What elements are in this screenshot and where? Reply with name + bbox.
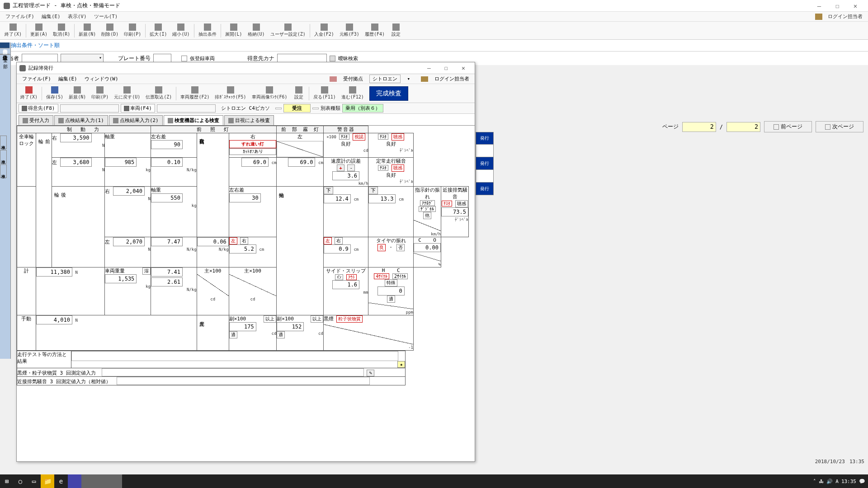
minimize-button[interactable]: — [810,0,828,12]
rear-rate-input[interactable] [151,237,183,246]
ctb-exit[interactable]: 終了(X) [18,85,40,102]
ctb-imglink[interactable]: 車両画像ﾘﾝｸ(F6) [249,85,290,102]
tray-time[interactable]: 13:35 [841,479,856,484]
tray-notif-icon[interactable]: 💬 [859,479,865,484]
person-combo[interactable] [61,54,104,63]
tab-inspection2[interactable]: 点検結果入力(2) [109,115,163,125]
sideslip-input[interactable] [332,280,359,289]
noise3-input[interactable] [117,377,370,385]
star-button[interactable]: ★ [397,361,405,368]
ctb-undo[interactable]: 元に戻す(U) [111,85,143,102]
tb-print[interactable]: 印刷(P) [121,23,144,39]
plus-btn[interactable]: + [337,164,344,171]
front-right-input[interactable] [60,133,92,142]
maximize-button[interactable]: ☐ [828,0,846,12]
front-diff-input[interactable] [151,140,183,149]
l-height-input[interactable] [288,158,315,167]
total-input[interactable] [36,267,72,277]
test-method-input[interactable] [71,351,398,361]
child-maximize[interactable]: ☐ [438,63,455,74]
menu-view[interactable]: 表示(V) [64,13,90,20]
app2-icon[interactable] [81,474,95,488]
ie-icon[interactable]: e [54,474,68,488]
explorer-icon[interactable]: 📁 [41,474,54,488]
menu-tool[interactable]: ツール(T) [90,13,122,20]
srow-0[interactable]: 発行 [476,132,494,145]
front-diffrate-input[interactable] [151,158,183,167]
tb-delete[interactable]: 削除(D) [99,23,121,39]
rear-diff-input[interactable] [229,193,261,202]
rear-left-input[interactable] [113,237,145,246]
complete-inspection-button[interactable]: 完成検査 [369,86,408,101]
tempreg-checkbox[interactable] [181,56,187,61]
customer-chip[interactable]: 得意先(F8) [19,104,58,113]
customer-field[interactable] [60,104,119,113]
co-input[interactable] [414,243,441,252]
r-sub-input[interactable] [229,322,256,331]
speed-input[interactable] [332,171,359,180]
child-minimize[interactable]: — [420,63,438,74]
tb-cancel[interactable]: 取消(R) [50,23,73,39]
l-down-input[interactable] [368,194,396,203]
ctb-vhist[interactable]: 車両履歴(F2) [178,85,212,102]
tb-usersettings[interactable]: ユーザー設定(Z) [268,23,308,39]
ctb-save[interactable]: 保存(S) [43,85,66,102]
fuzzy-checkbox[interactable] [330,56,335,61]
front-weight-input[interactable] [105,158,137,167]
tray-sound-icon[interactable]: 🔊 [826,479,833,484]
sidebar-extract[interactable]: 抽出条件 [0,42,9,48]
tb-exit[interactable]: 終了(X) [2,23,24,39]
sb-2[interactable]: 車検 [0,150,7,164]
tab-reception[interactable]: 受付入力 [19,115,53,125]
order-chip[interactable]: 受注 [283,104,311,113]
vehicle-field[interactable] [157,104,216,113]
prev-page-button[interactable]: 前ページ [764,121,812,132]
l-side-input[interactable] [324,244,351,253]
next-page-button[interactable]: 次ページ [816,121,863,132]
close-button[interactable]: ✕ [846,0,864,12]
trate-input[interactable] [151,267,183,277]
tb-expand[interactable]: 展開(L) [222,23,245,39]
custkana-input[interactable] [277,54,327,63]
l-sub-input[interactable] [277,322,304,331]
tab-inspection1[interactable]: 点検結果入力(1) [54,115,108,125]
reception-value[interactable]: シトロエン [369,75,401,83]
taskview-icon[interactable]: ▭ [27,474,41,488]
doc-icon-1[interactable] [275,108,282,109]
tb-collapse[interactable]: 格納(U) [245,23,268,39]
tb-zoomout[interactable]: 縮小(U) [170,23,192,39]
smoke3-input[interactable] [102,368,364,376]
vweight-input[interactable] [105,274,137,283]
person-input[interactable] [22,54,58,63]
hand-input[interactable] [36,315,72,324]
r-side-input[interactable] [229,244,256,253]
app1-icon[interactable] [68,474,81,488]
search-icon[interactable]: ○ [14,474,27,488]
cmenu-file[interactable]: ファイル(F) [19,75,55,82]
tb-settings[interactable]: 設定 [387,23,405,39]
rear-diffrate-input[interactable] [197,237,229,246]
app4-icon[interactable] [108,474,122,488]
ctb-forward[interactable]: 進む(F12) [339,85,367,102]
ctb-new[interactable]: 新規(N) [66,85,89,102]
cmenu-window[interactable]: ウィンドウ(W) [81,75,122,82]
r-down-input[interactable] [324,194,351,203]
ctb-import[interactable]: 伝票取込(Z) [143,85,175,102]
tb-payment[interactable]: 入金(F2) [311,23,337,39]
rear-right-input[interactable] [113,187,145,196]
front-left-input[interactable] [60,158,92,167]
srow-3[interactable] [476,170,494,183]
tb-new[interactable]: 新規(N) [76,23,99,39]
tb-history[interactable]: 履歴(F4) [362,23,387,39]
srow-2[interactable]: 発行 [476,157,494,170]
exhaust-noise-input[interactable] [441,207,468,216]
srow-4[interactable]: 発行 [476,183,494,195]
r-height-input[interactable] [241,158,269,167]
ctb-emission[interactable]: 排ｶﾞｽﾁｪｯｸ(F5) [212,85,249,102]
start-button[interactable]: ⊞ [0,474,14,488]
tb-ledger[interactable]: 元帳(F3) [337,23,362,39]
plate-input[interactable] [153,54,171,63]
tab-equipment[interactable]: 検査機器による検査 [164,115,223,125]
smoke3-pencil-icon[interactable]: ✎ [367,370,374,376]
sidebar-all[interactable]: 全部 [0,54,10,73]
